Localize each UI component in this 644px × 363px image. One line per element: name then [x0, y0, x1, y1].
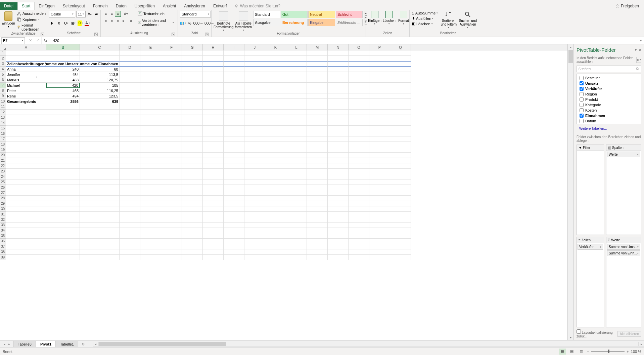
cell[interactable]	[265, 61, 286, 67]
row-header[interactable]: 9	[0, 93, 6, 99]
delete-cells-button[interactable]: Löschen▾	[382, 11, 396, 25]
cell[interactable]	[265, 196, 286, 201]
cell[interactable]	[182, 126, 203, 131]
cell[interactable]	[80, 142, 120, 147]
column-header[interactable]: I	[224, 44, 244, 50]
field-checkbox[interactable]	[580, 87, 584, 91]
cell[interactable]	[307, 196, 328, 201]
cell[interactable]	[307, 56, 328, 61]
cell[interactable]	[80, 239, 120, 244]
cell[interactable]	[265, 158, 286, 163]
cell[interactable]	[224, 61, 244, 67]
cell[interactable]	[224, 99, 244, 104]
row-header[interactable]: 8	[0, 88, 6, 93]
cell[interactable]	[182, 136, 203, 142]
cell[interactable]	[140, 233, 161, 239]
tab-einfugen[interactable]: Einfügen	[35, 2, 58, 10]
cell[interactable]	[80, 249, 120, 255]
cell[interactable]	[140, 179, 161, 185]
style-neutral[interactable]: Neutral	[308, 11, 335, 18]
cell[interactable]	[140, 77, 161, 83]
cell[interactable]	[6, 233, 46, 239]
cell[interactable]	[140, 56, 161, 61]
field-checkbox[interactable]	[580, 76, 584, 80]
cell[interactable]	[369, 228, 390, 233]
cell[interactable]	[349, 244, 369, 249]
cell[interactable]	[244, 115, 265, 120]
column-header[interactable]: Q	[390, 44, 411, 50]
cell[interactable]	[203, 158, 224, 163]
cell[interactable]	[265, 131, 286, 136]
row-header[interactable]: 28	[0, 196, 6, 201]
select-all-corner[interactable]: ◢	[0, 44, 6, 50]
bold-button[interactable]: F	[49, 20, 55, 26]
cell[interactable]	[224, 223, 244, 228]
cell[interactable]	[182, 104, 203, 110]
cell[interactable]	[161, 239, 182, 244]
font-dialog-launcher[interactable]: ⇲	[94, 33, 98, 36]
cell[interactable]	[328, 244, 349, 249]
cell[interactable]	[307, 110, 328, 115]
cell[interactable]	[390, 88, 411, 93]
cell[interactable]	[390, 255, 411, 260]
cell[interactable]	[244, 72, 265, 77]
cell[interactable]	[307, 88, 328, 93]
cell[interactable]	[203, 190, 224, 196]
cell[interactable]	[224, 77, 244, 83]
cell[interactable]	[286, 169, 307, 174]
row-header[interactable]: 12	[0, 110, 6, 115]
fill-button[interactable]: ⬇ Ausfüllen▾	[412, 16, 438, 21]
cell[interactable]	[161, 206, 182, 212]
cell[interactable]	[140, 196, 161, 201]
cell[interactable]	[328, 169, 349, 174]
row-header[interactable]: 36	[0, 239, 6, 244]
cell[interactable]: 483	[46, 77, 80, 83]
cell[interactable]	[161, 131, 182, 136]
cell[interactable]	[286, 88, 307, 93]
cell[interactable]	[161, 217, 182, 223]
cell[interactable]	[46, 126, 80, 131]
row-header[interactable]: 27	[0, 190, 6, 196]
cell[interactable]	[203, 110, 224, 115]
cell[interactable]	[265, 115, 286, 120]
column-header[interactable]: E	[140, 44, 161, 50]
row-header[interactable]: 5	[0, 72, 6, 77]
cell[interactable]	[161, 158, 182, 163]
sheet-tab[interactable]: Pivot1	[36, 341, 56, 347]
cell[interactable]	[46, 190, 80, 196]
row-header[interactable]: 22	[0, 163, 6, 169]
cell[interactable]	[390, 153, 411, 158]
cell[interactable]	[390, 206, 411, 212]
cell[interactable]	[328, 67, 349, 72]
cell[interactable]	[6, 185, 46, 190]
cell[interactable]	[120, 206, 140, 212]
row-header[interactable]: 34	[0, 228, 6, 233]
cell[interactable]	[6, 244, 46, 249]
row-header[interactable]: 1	[0, 50, 6, 56]
cell[interactable]	[286, 131, 307, 136]
cell[interactable]	[244, 228, 265, 233]
cell[interactable]	[244, 201, 265, 206]
cell[interactable]	[286, 228, 307, 233]
cell[interactable]	[224, 233, 244, 239]
cell[interactable]	[120, 110, 140, 115]
cell[interactable]	[390, 136, 411, 142]
cell[interactable]	[182, 61, 203, 67]
cell[interactable]	[224, 110, 244, 115]
cell[interactable]: Rene	[6, 93, 46, 99]
cell[interactable]	[286, 190, 307, 196]
cell[interactable]	[369, 88, 390, 93]
cell[interactable]	[390, 67, 411, 72]
cell[interactable]: Jennifer	[6, 72, 46, 77]
cell[interactable]	[120, 72, 140, 77]
field-checkbox[interactable]	[580, 108, 584, 112]
cell[interactable]	[120, 77, 140, 83]
cell[interactable]	[80, 185, 120, 190]
drop-item[interactable]: Verkäufer▾	[578, 244, 603, 250]
cell[interactable]	[182, 228, 203, 233]
cell[interactable]	[307, 72, 328, 77]
cell[interactable]	[286, 249, 307, 255]
cell[interactable]	[203, 255, 224, 260]
cell[interactable]	[46, 217, 80, 223]
cell[interactable]	[203, 115, 224, 120]
